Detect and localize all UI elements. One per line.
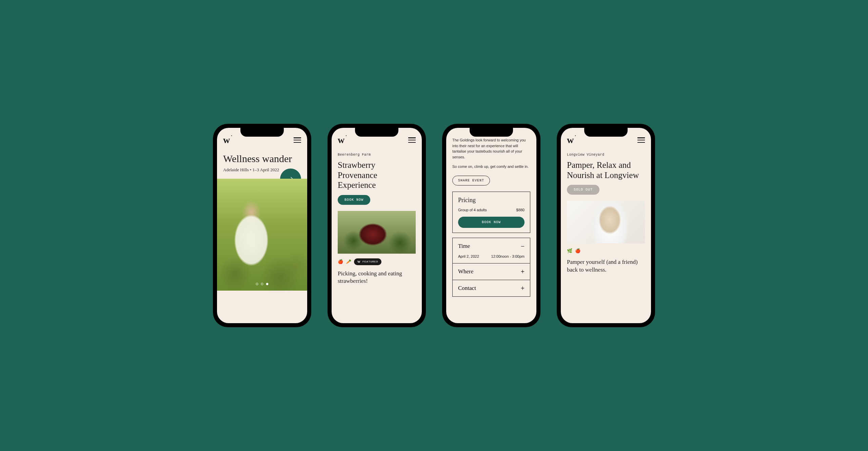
intro-paragraph: The Goldings look forward to welcoming y… <box>452 137 530 160</box>
accordion-body-time: April 2, 2022 12:00noon - 3:00pm <box>453 254 530 263</box>
brand-logo[interactable]: w• <box>567 135 573 145</box>
screen-event-detail: w• Beerenberg Farm Strawberry Provenance… <box>332 128 422 323</box>
menu-icon[interactable] <box>637 137 645 143</box>
phone-mockup-1: w• Wellness wander Adelaide Hills • 1–3 … <box>213 124 311 327</box>
accordion-title: Contact <box>458 285 476 292</box>
sold-out-button: SOLD OUT <box>567 185 599 195</box>
carousel-dot-active[interactable] <box>266 283 269 285</box>
event-title: Strawberry Provenance Experience <box>338 160 416 190</box>
event-image <box>338 211 416 254</box>
plus-icon: + <box>521 268 525 275</box>
pricing-heading: Pricing <box>458 197 525 204</box>
tag-row: 🌿 🍎 <box>567 248 645 254</box>
featured-badge: FEATURED <box>354 258 381 265</box>
phone-notch <box>584 128 628 137</box>
screen-home: w• Wellness wander Adelaide Hills • 1–3 … <box>217 128 307 323</box>
event-hours: 12:00noon - 3:00pm <box>491 254 525 258</box>
phone-mockup-3: The Goldings look forward to welcoming y… <box>442 124 540 327</box>
apple-icon: 🍎 <box>575 248 580 254</box>
event-description: Picking, cooking and eating strawberries… <box>338 270 416 286</box>
intro-paragraph: So come on, climb up, get comfy and sett… <box>452 164 530 170</box>
venue-eyebrow: Longview Vineyard <box>567 153 645 157</box>
tag-row: 🍎 🥕 FEATURED <box>338 258 416 265</box>
accordion-title: Where <box>458 268 473 275</box>
menu-icon[interactable] <box>294 137 301 143</box>
event-title: Pamper, Relax and Nourish at Longview <box>567 160 645 180</box>
carousel-dots[interactable] <box>256 283 269 285</box>
event-image <box>567 201 645 243</box>
phone-mockup-2: w• Beerenberg Farm Strawberry Provenance… <box>328 124 426 327</box>
venue-eyebrow: Beerenberg Farm <box>338 153 416 157</box>
screen-event-soldout: w• Longview Vineyard Pamper, Relax and N… <box>561 128 651 323</box>
phone-notch <box>240 128 284 137</box>
accordion-title: Time <box>458 243 470 250</box>
screen-event-booking: The Goldings look forward to welcoming y… <box>446 128 536 323</box>
accordion-contact: Contact + <box>452 280 530 297</box>
phone-notch <box>470 128 513 137</box>
minus-icon: − <box>521 243 525 250</box>
carrot-icon: 🥕 <box>346 259 351 264</box>
apple-icon: 🍎 <box>338 259 343 264</box>
carousel-dot[interactable] <box>261 283 263 285</box>
event-date: April 2, 2022 <box>458 254 479 258</box>
share-event-button[interactable]: SHARE EVENT <box>452 176 490 185</box>
phone-mockup-4: w• Longview Vineyard Pamper, Relax and N… <box>557 124 655 327</box>
brand-logo[interactable]: w• <box>223 135 229 145</box>
pricing-value: $880 <box>516 208 525 212</box>
plus-icon: + <box>521 285 525 292</box>
carousel-dot[interactable] <box>256 283 258 285</box>
page-title: Wellness wander <box>223 153 301 164</box>
hero-carousel[interactable] <box>217 179 307 291</box>
pricing-panel: Pricing Group of 4 adults $880 BOOK NOW <box>452 192 530 233</box>
book-now-button[interactable]: BOOK NOW <box>338 195 370 205</box>
accordion-toggle-time[interactable]: Time − <box>453 238 530 254</box>
menu-icon[interactable] <box>408 137 416 143</box>
accordion-toggle-where[interactable]: Where + <box>453 263 530 280</box>
accordion-toggle-contact[interactable]: Contact + <box>453 280 530 296</box>
phone-notch <box>355 128 398 137</box>
leaf-icon: 🌿 <box>567 248 572 254</box>
hero-image <box>217 179 307 291</box>
accordion-time: Time − April 2, 2022 12:00noon - 3:00pm <box>452 238 530 263</box>
pricing-label: Group of 4 adults <box>458 208 487 212</box>
brand-logo[interactable]: w• <box>338 135 344 145</box>
book-now-button[interactable]: BOOK NOW <box>458 217 525 228</box>
accordion-where: Where + <box>452 263 530 280</box>
event-description: Pamper yourself (and a friend) back to w… <box>567 258 645 274</box>
